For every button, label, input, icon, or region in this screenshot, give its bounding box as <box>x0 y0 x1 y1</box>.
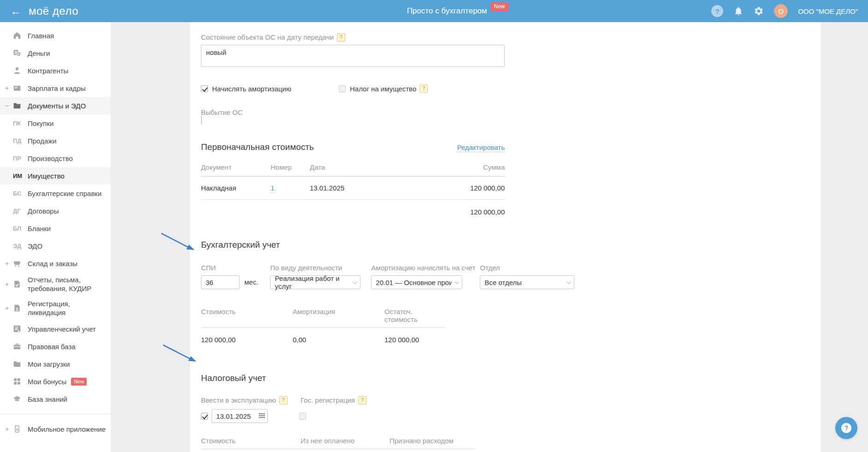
table-row: Накладная 1 13.01.2025 120 000,00 <box>201 177 505 200</box>
subitem-label: Производство <box>28 155 73 162</box>
sidebar-subitem-pr[interactable]: ПРПроизводство <box>0 149 111 167</box>
disposal-block: Выбытие ОС <box>201 108 810 125</box>
activity-select[interactable]: Реализация работ и услуг <box>270 275 360 289</box>
col-residual: Остаточ. стоимость <box>384 308 445 323</box>
property-tax-checkbox[interactable]: Налог на имущество <box>339 85 416 93</box>
sidebar-item-legal[interactable]: Правовая база <box>0 338 111 355</box>
expand-toggle-icon[interactable]: + <box>5 280 9 288</box>
sidebar-subitem-dg[interactable]: ДГДоговоры <box>0 202 111 220</box>
sidebar-item-label: Зарплата и кадры <box>28 81 86 96</box>
sidebar-item-label: Отчеты, письма, требования, КУДИР <box>28 272 107 296</box>
gos-registration-checkbox[interactable] <box>299 413 306 420</box>
sidebar-item-salary[interactable]: +Зарплата и кадры <box>0 79 111 97</box>
avatar[interactable]: О <box>774 4 788 18</box>
col-number: Номер <box>271 163 310 171</box>
account-name[interactable]: ООО "МОЕ ДЕЛО" <box>798 7 858 15</box>
expand-toggle-icon[interactable]: + <box>5 260 9 267</box>
sidebar-item-registration[interactable]: +Регистрация, ликвидация <box>0 296 111 320</box>
money-icon: ₽ <box>13 49 21 57</box>
sidebar-item-label: Контрагенты <box>28 63 68 78</box>
spi-input[interactable] <box>201 275 240 289</box>
sidebar-item-home[interactable]: Главная <box>0 27 111 44</box>
subitem-abbr: ПР <box>13 155 28 162</box>
condition-textarea[interactable]: новый <box>201 45 505 67</box>
sidebar-subitem-ed[interactable]: ЭДЭДО <box>0 237 111 255</box>
warehouse-icon <box>13 259 21 268</box>
salary-icon <box>13 84 21 92</box>
promo-link[interactable]: Просто с бухгалтером <box>407 6 487 16</box>
notifications-bell-icon[interactable] <box>733 6 744 16</box>
sidebar-item-bonuses[interactable]: Мои бонусыNew <box>0 373 111 390</box>
col-depreciation: Амортизация <box>293 308 384 323</box>
expand-toggle-icon[interactable]: + <box>5 84 9 92</box>
spi-field: СПИ <box>201 264 240 289</box>
sidebar-item-knowledge[interactable]: База знаний <box>0 390 111 408</box>
depreciation-checkbox[interactable]: Начислять амортизацию <box>201 85 291 93</box>
document-number-link[interactable]: 1 <box>271 184 274 193</box>
chevron-down-icon <box>353 280 357 284</box>
checkbox-unchecked[interactable] <box>339 85 346 92</box>
accounting-summary-table: Стоимость Амортизация Остаточ. стоимость… <box>201 308 445 344</box>
property-tax-label: Налог на имущество <box>350 85 416 93</box>
sidebar-subitem-pk[interactable]: ПКПокупки <box>0 114 111 132</box>
expand-toggle-icon[interactable]: + <box>5 425 9 433</box>
depr-account-field: Амортизацию начислять на счет 20.01 — Ос… <box>371 264 475 289</box>
commissioning-checkbox[interactable] <box>201 413 208 420</box>
disposal-checkbox[interactable] <box>201 116 202 125</box>
subitem-label: Продажи <box>28 137 57 145</box>
checkbox-checked[interactable] <box>201 85 208 92</box>
edit-link[interactable]: Редактировать <box>457 143 505 152</box>
depreciation-label: Начислять амортизацию <box>212 85 291 93</box>
subitem-abbr: БЛ <box>13 225 28 232</box>
question-mark-icon: ? <box>841 423 851 433</box>
sidebar-subitem-im[interactable]: ИМИмущество <box>0 167 111 184</box>
commissioning-label: Ввести в эксплуатацию <box>201 396 276 404</box>
sidebar-item-label: Мои загрузки <box>28 357 70 372</box>
page-background: Состояние объекта ОС на дату передачи? н… <box>111 22 868 452</box>
depr-account-select[interactable]: 20.01 — Основное производ <box>371 275 462 289</box>
back-arrow-icon[interactable]: ← <box>10 6 21 17</box>
sidebar-item-warehouse[interactable]: +Склад и заказы <box>0 255 111 272</box>
condition-help-icon[interactable]: ? <box>337 33 345 42</box>
sidebar-item-label: Мобильное приложение <box>28 422 106 437</box>
col-paid: Из нее оплачено <box>301 437 390 445</box>
activity-label: По виду деятельности <box>270 264 360 272</box>
gos-registration-label: Гос. регистрация <box>301 396 355 404</box>
col-amount: Сумма <box>449 163 505 171</box>
sidebar-item-reports[interactable]: +Отчеты, письма, требования, КУДИР <box>0 272 111 296</box>
sidebar-item-label: Документы и ЭДО <box>28 98 86 113</box>
col-cost: Стоимость <box>201 308 293 323</box>
support-fab-button[interactable]: ? <box>835 417 857 439</box>
help-icon[interactable]: ? <box>711 5 723 17</box>
cell-document: Накладная <box>201 184 271 192</box>
contractors-icon <box>13 66 21 75</box>
sidebar-item-management[interactable]: ₽Управленческий учет <box>0 320 111 338</box>
gos-registration-help-icon[interactable]: ? <box>358 396 366 404</box>
sidebar-subitem-bl[interactable]: БЛБланки <box>0 220 111 237</box>
sidebar-subitem-pd[interactable]: ПДПродажи <box>0 132 111 149</box>
expand-toggle-icon[interactable]: + <box>5 304 9 312</box>
property-tax-help-icon[interactable]: ? <box>419 84 428 93</box>
subitem-label: Договоры <box>28 207 59 215</box>
sidebar-item-label: Деньги <box>28 46 50 61</box>
settings-gear-icon[interactable] <box>754 6 764 16</box>
sidebar-subitem-bs[interactable]: БСБухгалтерские справки <box>0 184 111 202</box>
expand-toggle-icon[interactable]: − <box>5 102 9 109</box>
sidebar-item-contractors[interactable]: Контрагенты <box>0 62 111 79</box>
calendar-icon[interactable] <box>259 413 265 419</box>
documents-icon <box>13 101 21 110</box>
department-select[interactable]: Все отделы <box>480 275 574 289</box>
mobile-icon <box>13 425 21 433</box>
tax-summary-table: Стоимость Из нее оплачено Признано расхо… <box>201 437 475 452</box>
sidebar-item-label: База знаний <box>28 392 67 407</box>
disposal-label: Выбытие ОС <box>201 108 810 116</box>
val-residual: 120 000,00 <box>384 336 445 344</box>
sidebar-item-mobile[interactable]: +Мобильное приложение <box>0 420 111 438</box>
app-logo[interactable]: моё дело <box>29 5 78 18</box>
main-panel: Состояние объекта ОС на дату передачи? н… <box>190 22 821 452</box>
sidebar-item-money[interactable]: ₽Деньги <box>0 44 111 62</box>
promo-new-badge: New <box>490 2 508 11</box>
sidebar-item-documents[interactable]: −Документы и ЭДО <box>0 97 111 114</box>
commissioning-help-icon[interactable]: ? <box>279 396 288 404</box>
sidebar-item-downloads[interactable]: Мои загрузки <box>0 355 111 373</box>
